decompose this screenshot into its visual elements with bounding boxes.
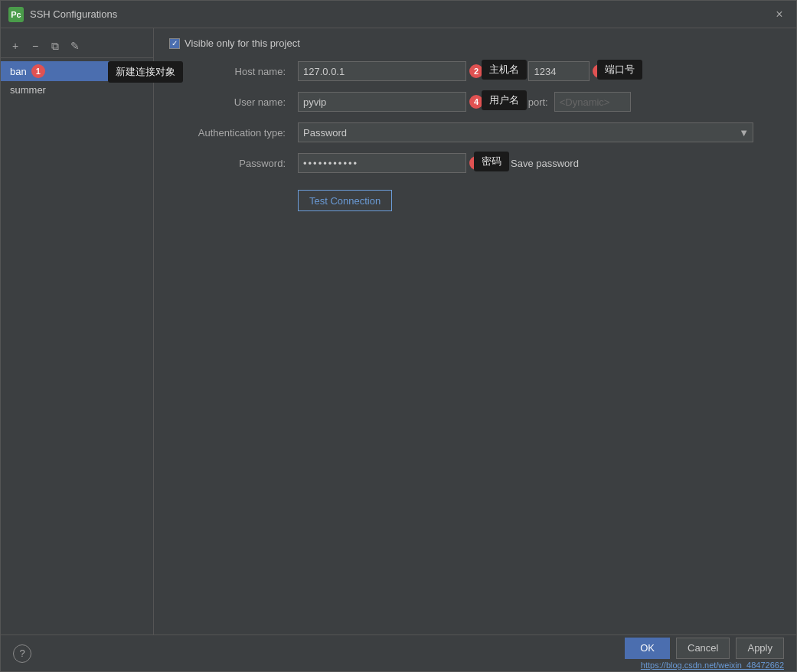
- username-label-text: User name:: [234, 96, 286, 108]
- sidebar-toolbar: + − ⧉ ✎: [1, 34, 153, 58]
- close-button[interactable]: ×: [770, 5, 789, 24]
- sidebar-item-summer[interactable]: summer: [1, 81, 153, 99]
- visible-check-label: Visible only for this project: [185, 38, 300, 49]
- edit-button[interactable]: ✎: [67, 38, 83, 54]
- password-input[interactable]: [298, 153, 466, 173]
- hostname-label: Host name:: [169, 66, 292, 77]
- cancel-button[interactable]: Cancel: [676, 638, 730, 659]
- port-tooltip: 端口号: [597, 60, 642, 80]
- test-connection-button[interactable]: Test Connection: [298, 190, 392, 211]
- test-connection-row: Test Connection: [169, 184, 781, 211]
- checkbox-check-icon: ✓: [171, 39, 178, 47]
- bottom-bar: ? OK Cancel Apply https://blog.csdn.net/…: [1, 634, 796, 671]
- url-bar: https://blog.csdn.net/weixin_48472662: [641, 661, 784, 670]
- auth-select-wrapper: Password Key pair OpenSSH config and aut…: [298, 122, 753, 142]
- dialog-body: + − ⧉ ✎ ban 1 新建连接对象 summer ✓: [1, 28, 796, 634]
- username-tooltip: 用户名: [482, 90, 527, 110]
- save-password-label: Save password: [511, 158, 579, 169]
- auth-type-label: Authentication type:: [169, 127, 292, 139]
- password-label-text: Password:: [239, 158, 286, 169]
- password-row: Password: 5 密码 ✓ Save password: [169, 153, 781, 173]
- hostname-tooltip: 主机名: [482, 60, 527, 80]
- help-button[interactable]: ?: [13, 644, 31, 663]
- password-tooltip: 密码: [474, 152, 509, 171]
- visible-check-row: ✓ Visible only for this project: [169, 38, 781, 49]
- sidebar-item-ban[interactable]: ban 1 新建连接对象: [1, 61, 153, 81]
- localport-input[interactable]: [554, 92, 631, 112]
- add-button[interactable]: +: [7, 38, 24, 54]
- port-input[interactable]: [528, 61, 590, 81]
- username-row: User name: 4 用户名 Local port:: [169, 92, 781, 112]
- username-label: User name:: [169, 96, 292, 108]
- new-connection-tooltip: 新建连接对象: [108, 61, 183, 83]
- hostname-input[interactable]: [298, 61, 466, 81]
- bottom-actions: OK Cancel Apply: [625, 638, 784, 659]
- app-icon: Pc: [8, 7, 24, 22]
- sidebar-item-label-ban: ban: [10, 66, 27, 77]
- copy-button[interactable]: ⧉: [47, 38, 64, 54]
- apply-button[interactable]: Apply: [736, 638, 784, 659]
- sidebar: + − ⧉ ✎ ban 1 新建连接对象 summer: [1, 28, 154, 634]
- ssh-configurations-dialog: Pc SSH Configurations × + − ⧉ ✎ ban 1 新建…: [0, 0, 797, 672]
- hostname-row: Host name: 2 主机名 Port: 3 端口号: [169, 61, 781, 81]
- remove-button[interactable]: −: [27, 38, 44, 54]
- password-label: Password:: [169, 158, 292, 169]
- hostname-field-group: 2 主机名: [298, 61, 483, 81]
- password-field-group: 5 密码: [298, 153, 483, 173]
- title-bar-text: SSH Configurations: [30, 8, 770, 20]
- auth-type-row: Authentication type: Password Key pair O…: [169, 122, 781, 142]
- title-bar: Pc SSH Configurations ×: [1, 1, 796, 28]
- main-content: ✓ Visible only for this project Host nam…: [154, 28, 796, 634]
- visible-checkbox[interactable]: ✓: [169, 38, 180, 49]
- username-input[interactable]: [298, 92, 466, 112]
- auth-type-select[interactable]: Password Key pair OpenSSH config and aut…: [298, 122, 753, 142]
- ok-button[interactable]: OK: [625, 638, 670, 659]
- sidebar-badge-ban: 1: [31, 64, 45, 78]
- bottom-right: OK Cancel Apply https://blog.csdn.net/we…: [625, 638, 784, 670]
- sidebar-item-label-summer: summer: [10, 84, 46, 96]
